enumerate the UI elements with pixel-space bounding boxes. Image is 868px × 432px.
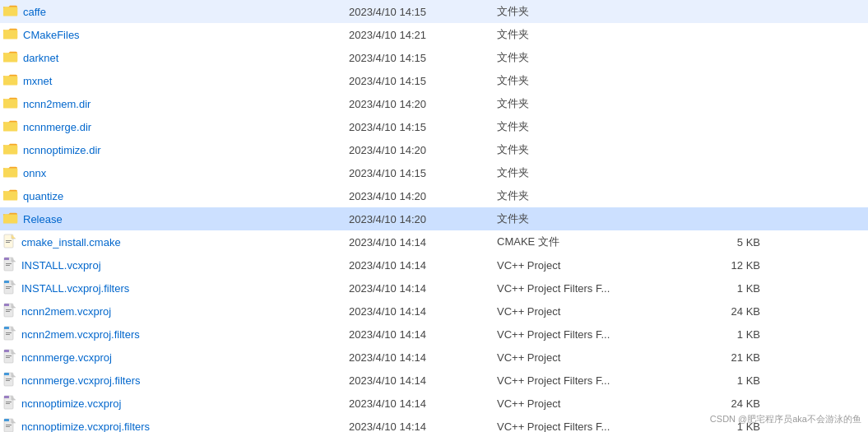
file-size: 24 KB: [678, 397, 777, 410]
file-type: 文件夹: [497, 4, 678, 19]
file-link[interactable]: quantize: [23, 190, 63, 202]
file-name-col: Release: [3, 211, 349, 227]
file-link[interactable]: cmake_install.cmake: [21, 236, 121, 249]
table-row[interactable]: ncnnmerge.vcxproj 2023/4/10 14:14 VC++ P…: [0, 346, 868, 369]
file-link[interactable]: INSTALL.vcxproj.filters: [21, 282, 129, 295]
file-date: 2023/4/10 14:14: [349, 236, 497, 249]
file-date: 2023/4/10 14:20: [349, 98, 497, 110]
file-list: caffe 2023/4/10 14:15 文件夹 CMakeFiles 202…: [0, 0, 868, 432]
svg-rect-58: [6, 402, 12, 402]
svg-rect-48: [4, 327, 9, 329]
file-type: VC++ Project: [497, 351, 678, 364]
file-link[interactable]: ncnnoptimize.dir: [23, 144, 101, 156]
file-link[interactable]: darknet: [23, 52, 58, 64]
svg-rect-34: [6, 263, 12, 264]
svg-rect-38: [6, 286, 12, 287]
svg-rect-52: [4, 350, 9, 352]
table-row[interactable]: ncnn2mem.vcxproj 2023/4/10 14:14 VC++ Pr…: [0, 300, 868, 323]
file-date: 2023/4/10 14:20: [349, 190, 497, 202]
table-row[interactable]: cmake_install.cmake 2023/4/10 14:14 CMAK…: [0, 230, 868, 253]
file-link[interactable]: ncnn2mem.vcxproj.filters: [21, 328, 140, 341]
file-size: 12 KB: [678, 259, 777, 272]
file-link[interactable]: onnx: [23, 167, 46, 179]
file-link[interactable]: ncnnmerge.vcxproj.filters: [21, 374, 141, 387]
file-date: 2023/4/10 14:20: [349, 213, 497, 225]
svg-rect-64: [4, 419, 9, 421]
file-name-col: INSTALL.vcxproj: [3, 257, 349, 274]
table-row[interactable]: darknet 2023/4/10 14:15 文件夹: [0, 46, 868, 69]
file-icon: [3, 303, 16, 320]
svg-rect-39: [6, 288, 10, 289]
table-row[interactable]: INSTALL.vcxproj.filters 2023/4/10 14:14 …: [0, 276, 868, 300]
table-row[interactable]: quantize 2023/4/10 14:20 文件夹: [0, 184, 868, 207]
file-type: VC++ Project: [497, 397, 678, 410]
file-link[interactable]: ncnnoptimize.vcxproj.filters: [21, 420, 150, 433]
file-icon: [3, 395, 16, 412]
file-link[interactable]: Release: [23, 213, 63, 225]
file-date: 2023/4/10 14:15: [349, 167, 497, 179]
file-type: VC++ Project: [497, 259, 678, 272]
table-row[interactable]: mxnet 2023/4/10 14:15 文件夹: [0, 69, 868, 92]
file-size: 1 KB: [678, 282, 777, 295]
file-name-col: ncnn2mem.vcxproj: [3, 303, 349, 320]
table-row[interactable]: caffe 2023/4/10 14:15 文件夹: [0, 0, 868, 23]
table-row[interactable]: onnx 2023/4/10 14:15 文件夹: [0, 161, 868, 184]
file-name-col: ncnnmerge.vcxproj: [3, 349, 349, 366]
file-type: 文件夹: [497, 188, 678, 203]
file-icon: [3, 372, 16, 389]
file-date: 2023/4/10 14:14: [349, 351, 497, 364]
svg-rect-35: [6, 265, 10, 266]
table-row[interactable]: CMakeFiles 2023/4/10 14:21 文件夹: [0, 23, 868, 46]
file-type: VC++ Project Filters F...: [497, 374, 678, 387]
folder-icon: [3, 50, 18, 66]
table-row[interactable]: ncnnoptimize.dir 2023/4/10 14:20 文件夹: [0, 138, 868, 161]
file-size: 1 KB: [678, 328, 777, 341]
table-row[interactable]: ncnn2mem.dir 2023/4/10 14:20 文件夹: [0, 92, 868, 115]
svg-rect-31: [6, 240, 12, 241]
file-link[interactable]: ncnn2mem.dir: [23, 98, 91, 110]
file-link[interactable]: mxnet: [23, 75, 52, 87]
table-row[interactable]: ncnnoptimize.vcxproj 2023/4/10 14:14 VC+…: [0, 392, 868, 415]
file-date: 2023/4/10 14:14: [349, 282, 497, 295]
file-link[interactable]: ncnnmerge.dir: [23, 121, 91, 133]
svg-rect-51: [6, 357, 10, 358]
svg-rect-56: [4, 373, 9, 375]
file-name-col: ncnnoptimize.vcxproj: [3, 395, 349, 412]
file-name-col: onnx: [3, 165, 349, 181]
file-name-col: quantize: [3, 188, 349, 204]
file-date: 2023/4/10 14:14: [349, 374, 497, 387]
file-name-col: ncnnoptimize.dir: [3, 142, 349, 158]
file-size: 5 KB: [678, 236, 777, 249]
table-row[interactable]: ncnn2mem.vcxproj.filters 2023/4/10 14:14…: [0, 323, 868, 346]
folder-icon: [3, 27, 18, 43]
file-link[interactable]: ncnn2mem.vcxproj: [21, 305, 111, 318]
table-row[interactable]: ncnnmerge.dir 2023/4/10 14:15 文件夹: [0, 115, 868, 138]
file-type: 文件夹: [497, 73, 678, 88]
file-size: 21 KB: [678, 351, 777, 364]
file-date: 2023/4/10 14:15: [349, 52, 497, 64]
folder-icon: [3, 119, 18, 135]
file-link[interactable]: ncnnmerge.vcxproj: [21, 351, 112, 364]
file-name-col: ncnnmerge.dir: [3, 119, 349, 135]
svg-rect-50: [6, 355, 12, 356]
file-type: 文件夹: [497, 27, 678, 42]
table-row[interactable]: INSTALL.vcxproj 2023/4/10 14:14 VC++ Pro…: [0, 253, 868, 276]
file-link[interactable]: CMakeFiles: [23, 29, 80, 41]
file-link[interactable]: ncnnoptimize.vcxproj: [21, 397, 121, 410]
table-row[interactable]: ncnnoptimize.vcxproj.filters 2023/4/10 1…: [0, 415, 868, 432]
file-link[interactable]: caffe: [23, 6, 46, 18]
table-row[interactable]: ncnnmerge.vcxproj.filters 2023/4/10 14:1…: [0, 369, 868, 392]
svg-rect-59: [6, 403, 10, 404]
svg-rect-63: [6, 426, 10, 427]
file-icon: [3, 280, 16, 297]
file-type: 文件夹: [497, 96, 678, 111]
file-link[interactable]: INSTALL.vcxproj: [21, 259, 101, 272]
file-type: 文件夹: [497, 165, 678, 180]
svg-rect-17: [3, 123, 17, 131]
svg-rect-55: [6, 380, 10, 381]
table-row[interactable]: Release 2023/4/10 14:20 文件夹: [0, 207, 868, 230]
file-date: 2023/4/10 14:14: [349, 328, 497, 341]
file-name-col: ncnnoptimize.vcxproj.filters: [3, 418, 349, 433]
svg-rect-44: [4, 304, 9, 306]
svg-rect-5: [3, 30, 17, 39]
